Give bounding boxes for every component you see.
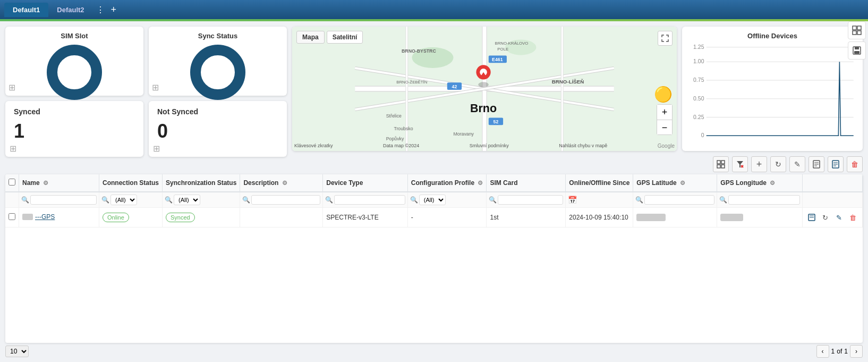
tab-add-button[interactable]: +	[108, 4, 120, 15]
svg-rect-63	[717, 165, 720, 168]
svg-text:Popůvky: Popůvky	[386, 137, 404, 142]
col-header-sync: Synchronization Status	[163, 174, 240, 192]
svg-text:0.75: 0.75	[693, 77, 704, 83]
google-logo: Google	[658, 143, 675, 149]
add-button[interactable]: +	[751, 156, 767, 172]
row-synced-badge: Synced	[166, 213, 195, 222]
filter-name-input[interactable]	[30, 195, 97, 205]
row-action-refresh[interactable]: ↻	[820, 212, 831, 223]
delete-button[interactable]: 🗑	[847, 156, 863, 172]
filter-lon-input[interactable]	[728, 195, 800, 205]
page-next-button[interactable]: ›	[850, 345, 863, 358]
filter-onlineoffline: 📅	[566, 192, 633, 208]
row-action-view[interactable]	[806, 212, 818, 223]
row-action-delete[interactable]: 🗑	[847, 212, 859, 223]
save-button[interactable]	[848, 41, 866, 60]
col-desc-gear[interactable]: ⚙	[282, 180, 287, 186]
page-prev-button[interactable]: ‹	[816, 345, 829, 358]
svg-text:BRNO-ŽEBĚTÍN: BRNO-ŽEBĚTÍN	[396, 80, 427, 85]
row-config-profile: -	[407, 208, 487, 228]
data-table: Name ⚙ Connection Status Synchronization…	[5, 174, 863, 343]
map-zoom-out[interactable]: −	[657, 120, 672, 134]
svg-text:E461: E461	[492, 57, 503, 62]
col-config-gear[interactable]: ⚙	[478, 180, 483, 186]
col-gpslat-gear[interactable]: ⚙	[680, 180, 685, 186]
filter-sim-input[interactable]	[498, 195, 563, 205]
row-online-offline-since: 2024-10-09 15:40:10	[566, 208, 633, 228]
row-action-edit[interactable]: ✎	[833, 212, 845, 223]
row-device-type: SPECTRE-v3-LTE	[323, 208, 408, 228]
right-toolbar	[848, 21, 866, 60]
col-gpslon-gear[interactable]: ⚙	[770, 180, 775, 186]
svg-text:BRNO-BYSTRC: BRNO-BYSTRC	[402, 48, 436, 54]
filter-simcard: 🔍	[487, 192, 566, 208]
svg-text:Troubsko: Troubsko	[394, 126, 413, 131]
filter-sync-select[interactable]: (All)	[174, 195, 200, 205]
tab-default1[interactable]: Default1	[4, 3, 48, 17]
map-tab-satelitni[interactable]: Satelitní	[327, 31, 363, 44]
svg-point-42	[478, 82, 489, 87]
map-zoom-controls: + −	[657, 104, 673, 135]
map-tab-mapa[interactable]: Mapa	[296, 31, 325, 44]
map-fullscreen-button[interactable]	[658, 31, 673, 46]
edit-button[interactable]: ✎	[789, 156, 805, 172]
tab-default2[interactable]: Default2	[48, 3, 92, 17]
svg-rect-64	[721, 165, 725, 168]
tab-more-button[interactable]: ⋮	[93, 5, 108, 15]
filter-lat-input[interactable]	[644, 195, 714, 205]
filter-config-select[interactable]: (All)	[419, 195, 446, 205]
col-name-gear[interactable]: ⚙	[43, 180, 48, 186]
svg-text:0.25: 0.25	[693, 114, 704, 120]
top-cards: SIM Slot 1 1st ⊞	[5, 27, 287, 96]
col-header-gpslat: GPS Latitude ⚙	[633, 174, 717, 192]
refresh-button[interactable]: ↻	[770, 156, 786, 172]
filter-date-icon[interactable]: 📅	[568, 196, 577, 204]
offline-devices-title: Offline Devices	[688, 32, 856, 40]
row-name-link[interactable]: ---GPS	[35, 213, 55, 221]
page-of-label: of	[837, 348, 842, 355]
sync-status-value: 1	[215, 65, 221, 79]
row-actions-col: ↻ ✎ 🗑	[802, 208, 862, 228]
page-size-select[interactable]: 10	[5, 346, 29, 357]
sync-status-card: Sync Status 1 Synced ⊞	[149, 27, 287, 96]
select-all-checkbox[interactable]	[8, 179, 15, 186]
svg-text:42: 42	[452, 84, 457, 89]
table-row: ---GPS Online Synced SPECTRE-v3-LTE - 1s…	[5, 208, 863, 228]
row-checkbox[interactable]	[8, 213, 15, 220]
grid-view-button[interactable]	[713, 156, 729, 172]
export-button[interactable]	[828, 156, 844, 172]
svg-rect-3	[857, 31, 861, 35]
layout-button[interactable]	[848, 21, 866, 39]
synced-card-value: 1	[14, 120, 135, 142]
map-zoom-in[interactable]: +	[657, 105, 672, 120]
filter-gpslon: 🔍	[717, 192, 803, 208]
svg-rect-2	[853, 31, 856, 35]
svg-rect-62	[721, 161, 725, 164]
svg-text:POLE: POLE	[497, 47, 508, 52]
map-report: Nahlásit chybu v mapě	[559, 143, 607, 149]
offline-devices-chart: 0 0.25 0.50 0.75 1.00 1.25 Oct 6 8 10	[688, 43, 856, 139]
filter-connection-select[interactable]: (All)	[110, 195, 137, 205]
filter-sync-icon: 🔍	[165, 196, 173, 204]
filter-device-icon: 🔍	[325, 196, 333, 204]
svg-text:Střelice: Střelice	[386, 113, 402, 119]
synced-card-icon: ⊞	[10, 144, 16, 154]
row-sync-status: Synced	[163, 208, 240, 228]
filter-clear-button[interactable]	[732, 156, 748, 172]
page-total: 1	[844, 348, 848, 355]
left-cards: SIM Slot 1 1st ⊞	[5, 27, 287, 151]
row-name: ---GPS	[19, 208, 99, 228]
row-name-flag	[22, 214, 33, 220]
svg-text:BRNO-KRÁLOVO: BRNO-KRÁLOVO	[495, 41, 529, 46]
map-person-icon[interactable]: 🟡	[654, 86, 673, 103]
map-background: E461 42 52 BRNO-BYSTRC BRNO-KRÁLOVO POLE…	[292, 27, 677, 151]
filter-connection-icon: 🔍	[101, 196, 109, 204]
filter-device-input[interactable]	[334, 195, 405, 205]
filter-devicetype: 🔍	[323, 192, 408, 208]
bottom-section: + ↻ ✎ 🗑 Name	[0, 154, 868, 362]
sim-slot-title: SIM Slot	[61, 32, 88, 40]
col-header-devicetype: Device Type	[323, 174, 408, 192]
filter-desc-input[interactable]	[251, 195, 320, 205]
row-gps-lat: ██ ████	[633, 208, 717, 228]
file-button[interactable]	[809, 156, 824, 172]
